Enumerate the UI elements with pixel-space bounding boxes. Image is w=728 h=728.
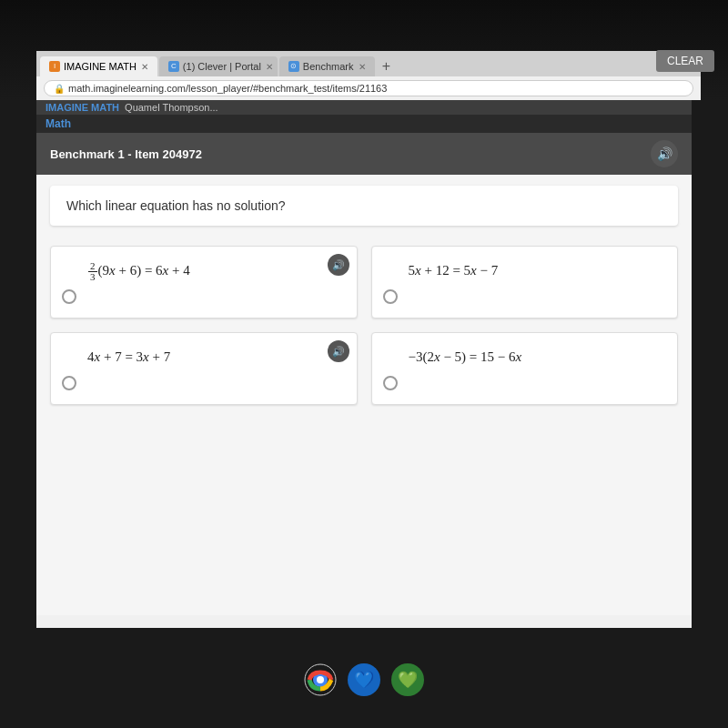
imagine-math-logo: IMAGINE MATH <box>46 102 119 113</box>
taskbar-icon-blue[interactable]: 💙 <box>348 663 380 696</box>
tab-imagine-math[interactable]: I IMAGINE MATH ✕ <box>40 56 157 76</box>
answer-option-a[interactable]: 🔊 23(9x + 6) = 6x + 4 <box>50 246 358 318</box>
laptop-bottom: 💙 💚 <box>0 628 728 710</box>
option-d-radio[interactable] <box>383 376 398 390</box>
answer-option-c[interactable]: 🔊 4x + 7 = 3x + 7 <box>50 332 358 405</box>
tab-label-imagine: IMAGINE MATH <box>64 61 136 72</box>
address-bar-row: 🔒 math.imaginelearning.com/lesson_player… <box>36 76 701 100</box>
taskbar-icons: 💙 💚 <box>304 663 424 696</box>
option-b-radio[interactable] <box>383 289 398 304</box>
tab-favicon-clever: C <box>168 61 179 72</box>
tab-label-benchmark: Benchmark <box>303 61 354 72</box>
option-b-equation: 5x + 12 = 5x − 7 <box>409 260 664 281</box>
tab-favicon-benchmark: ⊙ <box>288 61 299 72</box>
lock-icon: 🔒 <box>54 84 65 94</box>
taskbar-icon-chrome[interactable] <box>304 663 337 696</box>
tab-benchmark[interactable]: ⊙ Benchmark ✕ <box>279 56 375 76</box>
taskbar-icon-green[interactable]: 💚 <box>391 663 424 696</box>
tab-favicon-imagine: I <box>49 61 60 72</box>
tab-close-imagine[interactable]: ✕ <box>141 62 148 72</box>
option-d-equation: −3(2x − 5) = 15 − 6x <box>409 347 664 368</box>
option-a-radio[interactable] <box>62 289 76 304</box>
tab-bar: I IMAGINE MATH ✕ C (1) Clever | Portal ✕… <box>36 51 701 76</box>
option-c-speaker-button[interactable]: 🔊 <box>328 340 349 362</box>
answer-option-d[interactable]: −3(2x − 5) = 15 − 6x <box>371 332 679 405</box>
answer-option-b[interactable]: 5x + 12 = 5x − 7 <box>371 246 679 318</box>
page-body: Benchmark 1 - Item 204972 🔊 Which linear… <box>36 133 692 615</box>
fraction-2-3: 23 <box>88 261 97 282</box>
tab-clever[interactable]: C (1) Clever | Portal ✕ <box>159 56 278 76</box>
svg-point-3 <box>317 676 324 683</box>
benchmark-title: Benchmark 1 - Item 204972 <box>50 147 202 161</box>
address-text: math.imaginelearning.com/lesson_player/#… <box>68 83 387 94</box>
subject-bar: Math <box>36 115 692 133</box>
benchmark-header: Benchmark 1 - Item 204972 🔊 <box>36 133 692 175</box>
option-a-equation: 23(9x + 6) = 6x + 4 <box>87 260 343 282</box>
tab-close-clever[interactable]: ✕ <box>266 62 273 72</box>
new-tab-button[interactable]: + <box>377 56 397 76</box>
tab-label-clever: (1) Clever | Portal <box>183 61 261 72</box>
tab-close-benchmark[interactable]: ✕ <box>359 62 366 72</box>
user-name: Quamel Thompson... <box>125 102 218 113</box>
browser-chrome: I IMAGINE MATH ✕ C (1) Clever | Portal ✕… <box>36 51 701 100</box>
option-c-equation: 4x + 7 = 3x + 7 <box>87 347 343 368</box>
main-content: IMAGINE MATH Quamel Thompson... Math Ben… <box>36 100 692 628</box>
answers-grid: 🔊 23(9x + 6) = 6x + 4 5x + 12 = 5x − 7 🔊… <box>36 237 692 414</box>
address-bar[interactable]: 🔒 math.imaginelearning.com/lesson_player… <box>44 80 693 96</box>
option-a-speaker-button[interactable]: 🔊 <box>328 254 349 276</box>
option-c-radio[interactable] <box>62 376 76 390</box>
header-speaker-button[interactable]: 🔊 <box>651 140 678 167</box>
question-area: Which linear equation has no solution? <box>50 186 678 226</box>
subject-label: Math <box>46 117 71 130</box>
user-bar: IMAGINE MATH Quamel Thompson... <box>36 100 692 115</box>
laptop-top: I IMAGINE MATH ✕ C (1) Clever | Portal ✕… <box>0 0 728 100</box>
question-text: Which linear equation has no solution? <box>66 198 286 213</box>
